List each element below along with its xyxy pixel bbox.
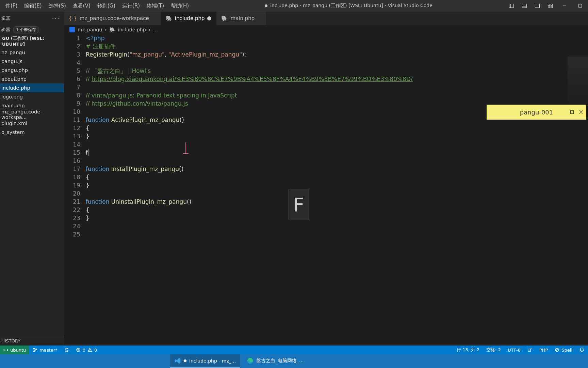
file-item[interactable]: o_system bbox=[0, 128, 64, 137]
tab-close-icon[interactable] bbox=[152, 16, 156, 20]
vscode-icon bbox=[174, 357, 181, 364]
breadcrumbs[interactable]: mz_pangu › 🐘 include.php › ... bbox=[64, 25, 588, 34]
sticky-close-icon[interactable] bbox=[579, 110, 583, 114]
sticky-note[interactable]: pangu-001 bbox=[487, 105, 586, 120]
layout-customize-icon[interactable] bbox=[544, 0, 557, 12]
menu-go[interactable]: 转到(G) bbox=[94, 0, 119, 12]
chevron-right-icon: › bbox=[149, 27, 151, 32]
svg-rect-12 bbox=[571, 111, 574, 114]
window-title: include.php - mz_pangu (工作区) [WSL: Ubunt… bbox=[270, 3, 432, 9]
menu-terminal[interactable]: 终端(T) bbox=[143, 0, 167, 12]
modified-dot-icon bbox=[265, 4, 267, 7]
os-taskbar: include.php - mz_... 盤古之白_电脑网络_... bbox=[0, 354, 588, 368]
edge-icon bbox=[247, 357, 254, 364]
cursor-position[interactable]: 行 15, 列 2 bbox=[453, 347, 483, 353]
file-item[interactable]: logo.png bbox=[0, 92, 64, 101]
problems-errors[interactable]: 0 0 bbox=[72, 348, 101, 353]
svg-rect-7 bbox=[551, 4, 553, 6]
svg-point-17 bbox=[36, 349, 37, 350]
svg-rect-6 bbox=[548, 4, 550, 6]
editor-tabs: {·}mz_pangu.code-workspace🐘include.php🐘m… bbox=[64, 12, 588, 25]
sticky-note-text: pangu-001 bbox=[520, 109, 553, 116]
menubar: 件(F) 编辑(E) 选择(S) 查看(V) 转到(G) 运行(R) 终端(T)… bbox=[2, 0, 192, 12]
title-layout-controls bbox=[505, 0, 588, 12]
minimap[interactable] bbox=[568, 57, 588, 104]
svg-point-15 bbox=[34, 348, 35, 349]
menu-view[interactable]: 查看(V) bbox=[69, 0, 94, 12]
tab-close-icon[interactable] bbox=[257, 16, 261, 20]
file-item[interactable]: pangu.php bbox=[0, 66, 64, 75]
menu-edit[interactable]: 编辑(E) bbox=[21, 0, 45, 12]
file-item[interactable]: include.php bbox=[0, 83, 64, 92]
encoding[interactable]: UTF-8 bbox=[504, 348, 524, 353]
titlebar: 件(F) 编辑(E) 选择(S) 查看(V) 转到(G) 运行(R) 终端(T)… bbox=[0, 0, 588, 12]
indentation[interactable]: 空格: 2 bbox=[483, 347, 504, 353]
window-maximize[interactable] bbox=[572, 0, 588, 12]
window-minimize[interactable] bbox=[557, 0, 572, 12]
menu-file[interactable]: 件(F) bbox=[2, 0, 21, 12]
layout-sidebar-right-icon[interactable] bbox=[531, 0, 544, 12]
menu-select[interactable]: 选择(S) bbox=[45, 0, 69, 12]
layout-sidebar-left-icon[interactable] bbox=[505, 0, 518, 12]
breadcrumb-1[interactable]: include.php bbox=[118, 27, 146, 32]
open-editors-label: 辑器 bbox=[1, 27, 10, 33]
taskbar-app-vscode[interactable]: include.php - mz_... bbox=[170, 354, 240, 368]
chevron-right-icon: › bbox=[105, 27, 107, 32]
tab-modified-dot-icon bbox=[207, 16, 211, 20]
taskbar-label: include.php - mz_... bbox=[189, 358, 236, 364]
eol[interactable]: LF bbox=[524, 348, 536, 353]
editor-tab[interactable]: {·}mz_pangu.code-workspace bbox=[64, 12, 161, 25]
svg-rect-9 bbox=[551, 6, 553, 8]
explorer-title: 辑器 bbox=[0, 15, 10, 21]
sticky-maximize-icon[interactable] bbox=[570, 110, 574, 114]
key-press-overlay: F bbox=[289, 189, 309, 220]
workspace-header[interactable]: GU (工作区) [WSL: UBUNTU] bbox=[0, 34, 64, 48]
php-icon: 🐘 bbox=[221, 15, 228, 21]
modified-dot-icon bbox=[184, 359, 186, 362]
svg-rect-2 bbox=[522, 4, 527, 8]
remote-indicator[interactable]: ubuntu bbox=[0, 346, 29, 354]
breadcrumb-2[interactable]: ... bbox=[153, 27, 158, 32]
svg-rect-11 bbox=[579, 4, 582, 7]
file-item[interactable]: pangu.js bbox=[0, 57, 64, 66]
file-item[interactable]: plugin.xml bbox=[0, 119, 64, 128]
editor-text-area[interactable]: <?php# 注册插件RegisterPlugin("mz_pangu", "A… bbox=[86, 34, 588, 346]
explorer-panel: 辑器 ··· 辑器 1 个未保存 GU (工作区) [WSL: UBUNTU] … bbox=[0, 12, 64, 346]
language-mode[interactable]: PHP bbox=[536, 348, 551, 353]
explorer-more-icon[interactable]: ··· bbox=[52, 15, 60, 22]
svg-point-22 bbox=[555, 348, 559, 352]
notifications-icon[interactable] bbox=[576, 347, 588, 353]
menu-help[interactable]: 帮助(H) bbox=[167, 0, 192, 12]
tab-label: include.php bbox=[175, 15, 205, 21]
svg-rect-4 bbox=[535, 4, 540, 8]
history-section[interactable]: HISTORY bbox=[0, 336, 64, 346]
editor-tab[interactable]: 🐘main.php bbox=[216, 12, 266, 25]
menu-run[interactable]: 运行(R) bbox=[119, 0, 143, 12]
svg-rect-8 bbox=[548, 6, 550, 8]
php-icon: 🐘 bbox=[166, 15, 172, 21]
statusbar: ubuntu master* 0 0 行 15, 列 2 空格: 2 UTF-8… bbox=[0, 346, 588, 354]
spellcheck[interactable]: Spell bbox=[551, 348, 576, 353]
file-item[interactable]: about.php bbox=[0, 75, 64, 83]
svg-rect-0 bbox=[509, 4, 514, 8]
editor-tab[interactable]: 🐘include.php bbox=[161, 12, 217, 25]
layout-panel-bottom-icon[interactable] bbox=[518, 0, 531, 12]
php-icon: 🐘 bbox=[110, 27, 115, 32]
git-sync[interactable] bbox=[61, 348, 72, 352]
git-branch[interactable]: master* bbox=[29, 348, 61, 353]
taskbar-app-edge[interactable]: 盤古之白_电脑网络_... bbox=[243, 354, 308, 368]
folder-icon bbox=[69, 27, 75, 32]
unsaved-badge: 1 个未保存 bbox=[13, 26, 39, 33]
file-item[interactable]: mz_pangu.code-workspa... bbox=[0, 110, 64, 119]
line-number-gutter: 1234567891011121314151617181920212223242… bbox=[64, 34, 86, 346]
breadcrumb-0[interactable]: mz_pangu bbox=[78, 27, 102, 32]
tab-label: main.php bbox=[230, 15, 255, 21]
workspace-icon: {·} bbox=[69, 15, 77, 21]
svg-point-16 bbox=[34, 351, 35, 352]
tab-label: mz_pangu.code-workspace bbox=[80, 15, 149, 21]
file-item[interactable]: nz_pangu bbox=[0, 48, 64, 57]
taskbar-label: 盤古之白_电脑网络_... bbox=[256, 358, 304, 364]
